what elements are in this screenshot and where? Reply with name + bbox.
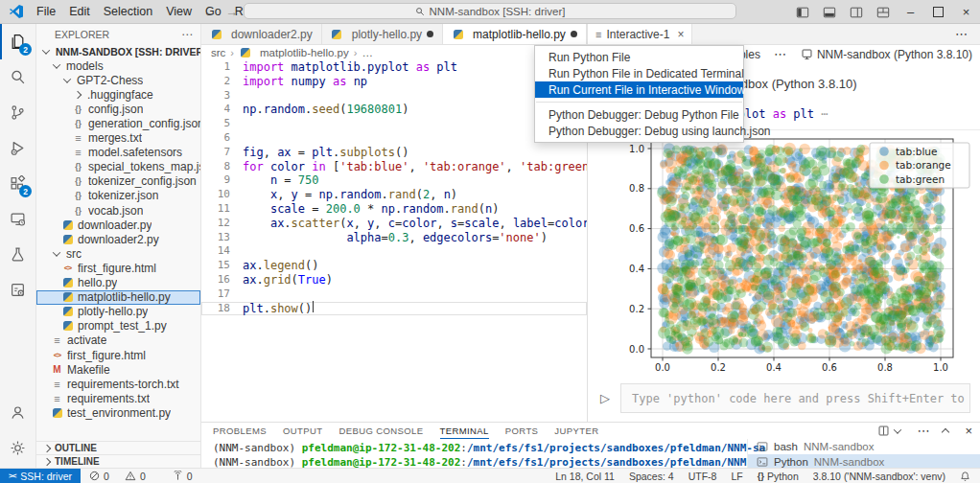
- menu-item-run-python-file[interactable]: Run Python File: [535, 49, 743, 65]
- more-actions-icon[interactable]: ⋯: [917, 424, 930, 438]
- command-center-search[interactable]: NNM-sandbox [SSH: driver]: [244, 3, 736, 19]
- tree-item-gpt2-chess[interactable]: GPT2-Chess: [36, 73, 200, 87]
- tree-item-models[interactable]: models: [36, 58, 200, 73]
- tab-interactive-1[interactable]: ≡ Interactive-1 ×: [588, 24, 692, 44]
- tree-item-requirements-torch-txt[interactable]: requirements-torch.txt: [36, 377, 200, 391]
- menu-item-python-debugger-debug-using-launch-json[interactable]: Python Debugger: Debug using launch.json: [535, 123, 743, 139]
- menu-item-python-debugger-debug-python-file[interactable]: Python Debugger: Debug Python File: [535, 106, 743, 123]
- maximize-button[interactable]: [924, 0, 952, 24]
- tree-item-downloader2-py[interactable]: downloader2.py: [36, 232, 200, 246]
- panel-tab-debug-console[interactable]: DEBUG CONSOLE: [338, 423, 423, 439]
- code-editor[interactable]: 1import matplotlib.pyplot as plt2import …: [201, 60, 587, 422]
- indentation[interactable]: Spaces: 4: [629, 471, 674, 482]
- more-actions-icon[interactable]: ⋯: [774, 47, 787, 61]
- breadcrumb[interactable]: src › matplotlib-hello.py › …: [201, 45, 587, 60]
- run-input-icon[interactable]: ▷: [600, 391, 610, 405]
- terminal-output[interactable]: (NNM-sandbox) pfeldman@ip-172-31-48-202:…: [213, 442, 819, 470]
- menu-view[interactable]: View: [159, 5, 198, 18]
- tree-item-activate[interactable]: activate: [36, 334, 200, 348]
- cursor-position[interactable]: Ln 18, Col 11: [555, 471, 615, 482]
- more-actions-icon[interactable]: ⋯: [955, 27, 980, 41]
- tree-item-special-tokens-map-json[interactable]: special_tokens_map.json: [36, 160, 200, 174]
- code-line-10[interactable]: 10 x, y = np.random.rand(2, n): [201, 188, 587, 202]
- close-panel-icon[interactable]: ×: [965, 424, 972, 438]
- panel-tab-problems[interactable]: PROBLEMS: [213, 423, 267, 439]
- language-mode[interactable]: {} Python: [758, 471, 799, 482]
- tree-item-matplotlib-hello-py[interactable]: matplotlib-hello.py: [36, 290, 200, 305]
- split-terminal-button[interactable]: [877, 425, 907, 437]
- code-line-9[interactable]: 9 n = 750: [201, 173, 587, 188]
- code-line-4[interactable]: 4np.random.seed(19680801): [201, 103, 587, 117]
- tree-item-src[interactable]: src: [36, 246, 200, 261]
- tree-item-generation-config-json[interactable]: generation_config.json: [36, 116, 200, 130]
- tree-item-tokenizer-config-json[interactable]: tokenizer_config.json: [36, 174, 200, 189]
- timeline-section[interactable]: TIMELINE: [36, 454, 200, 468]
- tree-item-prompt-test-1-py[interactable]: prompt_test_1.py: [36, 319, 200, 334]
- outline-section[interactable]: OUTLINE: [36, 441, 200, 454]
- toggle-sidebar-icon[interactable]: [796, 6, 809, 19]
- tree-item-config-json[interactable]: config.json: [36, 102, 200, 116]
- code-line-12[interactable]: 12 ax.scatter(x, y, c=color, s=scale, la…: [201, 217, 587, 231]
- close-button[interactable]: ×: [952, 0, 980, 24]
- tree-item-test-environment-py[interactable]: test_environment.py: [36, 405, 200, 420]
- forward-icon[interactable]: →: [225, 5, 238, 19]
- menu-file[interactable]: File: [30, 5, 62, 18]
- tree-item-vocab-json[interactable]: vocab.json: [36, 203, 200, 218]
- code-line-18[interactable]: 18plt.show(): [201, 302, 587, 316]
- menu-edit[interactable]: Edit: [62, 5, 97, 18]
- code-line-14[interactable]: 14: [201, 244, 587, 259]
- code-line-16[interactable]: 16ax.grid(True): [201, 273, 587, 288]
- toggle-panel-icon[interactable]: [823, 6, 836, 19]
- activity-custom-extension[interactable]: [0, 272, 35, 308]
- panel-tab-ports[interactable]: PORTS: [505, 423, 539, 439]
- python-interpreter[interactable]: 3.8.10 ('NNM-sandbox': venv): [813, 471, 945, 482]
- breadcrumb-file[interactable]: matplotlib-hello.py: [260, 47, 349, 58]
- interactive-input[interactable]: Type 'python' code here and press Shift+…: [620, 383, 970, 413]
- terminal-item-bash[interactable]: bash NNM-sandbox: [748, 439, 980, 454]
- encoding[interactable]: UTF-8: [688, 471, 717, 482]
- activity-testing[interactable]: [0, 237, 35, 272]
- panel-tab-terminal[interactable]: TERMINAL: [440, 423, 489, 439]
- remote-indicator[interactable]: >< SSH: driver: [0, 469, 81, 483]
- bell-icon[interactable]: [960, 471, 970, 482]
- tree-item-huggingface[interactable]: .huggingface: [36, 87, 200, 102]
- code-line-15[interactable]: 15ax.legend(): [201, 259, 587, 273]
- problems-status[interactable]: 0 0 0: [89, 471, 193, 482]
- breadcrumb-symbol[interactable]: …: [362, 47, 373, 58]
- customize-layout-icon[interactable]: [876, 6, 890, 19]
- activity-explorer[interactable]: 2: [0, 24, 35, 59]
- modified-dot-icon[interactable]: [427, 31, 433, 37]
- maximize-panel-icon[interactable]: [942, 428, 949, 436]
- tree-item-merges-txt[interactable]: merges.txt: [36, 131, 200, 146]
- tree-item-nnm-sandbox-ssh-driver[interactable]: NNM-SANDBOX [SSH: DRIVER]: [36, 44, 200, 58]
- explorer-more-icon[interactable]: ⋯: [181, 28, 193, 41]
- panel-tab-output[interactable]: OUTPUT: [283, 423, 322, 439]
- tree-item-plotly-hello-py[interactable]: plotly-hello.py: [36, 305, 200, 319]
- tab-plotly-hello[interactable]: plotly-hello.py: [322, 24, 443, 44]
- code-line-6[interactable]: 6: [201, 131, 587, 146]
- code-line-3[interactable]: 3: [201, 89, 587, 104]
- activity-source-control[interactable]: [0, 95, 35, 130]
- menu-item-run-python-file-in-dedicated-terminal[interactable]: Run Python File in Dedicated Terminal: [535, 65, 743, 81]
- menu-item-run-current-file-in-interactive-window[interactable]: Run Current File in Interactive Window: [535, 81, 743, 98]
- activity-account[interactable]: [0, 395, 35, 430]
- activity-run-debug[interactable]: [0, 130, 35, 166]
- tree-item-first-figure-html[interactable]: first_figure.html: [36, 261, 200, 275]
- eol-sequence[interactable]: LF: [731, 471, 742, 482]
- activity-extensions[interactable]: 2: [0, 166, 35, 201]
- activity-search[interactable]: [0, 59, 35, 95]
- tree-item-first-figure-html[interactable]: first_figure.html: [36, 348, 200, 362]
- tree-item-tokenizer-json[interactable]: tokenizer.json: [36, 189, 200, 203]
- activity-remote-explorer[interactable]: [0, 201, 35, 237]
- code-line-13[interactable]: 13 alpha=0.3, edgecolors='none'): [201, 231, 587, 245]
- tree-item-downloader-py[interactable]: downloader.py: [36, 218, 200, 232]
- tree-item-model-safetensors[interactable]: model.safetensors: [36, 146, 200, 160]
- tree-item-hello-py[interactable]: hello.py: [36, 276, 200, 290]
- code-line-5[interactable]: 5: [201, 117, 587, 131]
- tree-item-makefile[interactable]: Makefile: [36, 362, 200, 377]
- breadcrumb-src[interactable]: src: [211, 47, 225, 58]
- modified-dot-icon[interactable]: [571, 31, 577, 37]
- tab-downloader2[interactable]: downloader2.py: [201, 24, 322, 44]
- code-line-1[interactable]: 1import matplotlib.pyplot as plt: [201, 60, 587, 75]
- toggle-secondary-sidebar-icon[interactable]: [850, 6, 863, 19]
